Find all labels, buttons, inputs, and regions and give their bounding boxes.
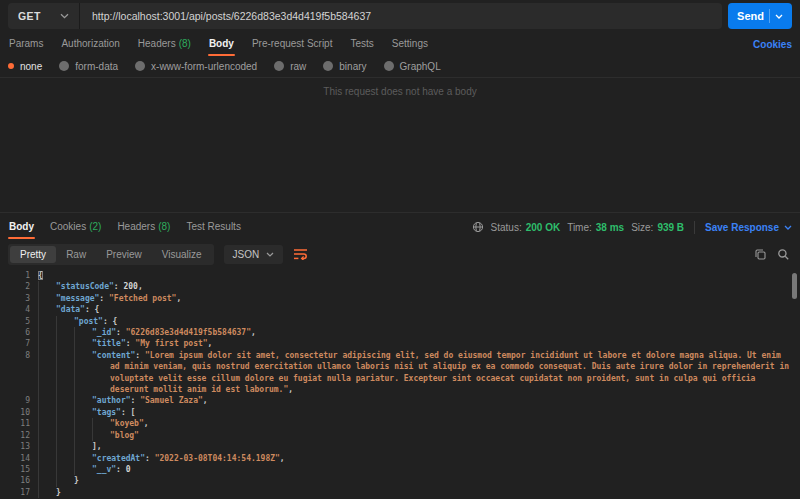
time-badge: Time: 38 ms (567, 222, 624, 233)
line-number: 9 (0, 395, 30, 406)
line-content: "title": "My first post", (38, 338, 800, 349)
line-content: "createdAt": "2022-03-08T04:14:54.198Z", (38, 453, 800, 464)
divider (0, 77, 800, 78)
save-response-button[interactable]: Save Response (705, 222, 792, 233)
code-line: 3"message": "Fetched post", (0, 293, 800, 304)
token: "content" (92, 351, 135, 360)
send-button[interactable]: Send (728, 3, 792, 29)
line-number: 3 (0, 293, 30, 304)
token: : (131, 396, 141, 405)
body-type-binary[interactable]: binary (323, 61, 366, 72)
url-container: GET http://localhost:3001/api/posts/6226… (8, 3, 722, 29)
line-number: 8 (0, 350, 30, 396)
line-content: } (38, 487, 800, 498)
tab-label: Tests (350, 38, 373, 49)
token: : (116, 465, 126, 474)
tab-count: (8) (179, 38, 191, 49)
line-number: 13 (0, 441, 30, 452)
line-number: 5 (0, 316, 30, 327)
body-type-graphql[interactable]: GraphQL (384, 61, 441, 72)
radio-label: form-data (75, 61, 118, 72)
token: "koyeb" (110, 419, 144, 428)
token: , (144, 419, 149, 428)
divider (694, 221, 695, 234)
response-tab-test-results[interactable]: Test Results (185, 216, 241, 239)
token: , (208, 339, 213, 348)
search-button[interactable] (777, 248, 790, 261)
save-response-label: Save Response (705, 222, 779, 233)
request-tab-body[interactable]: Body (208, 33, 235, 56)
token: "__v" (92, 465, 116, 474)
search-icon (777, 248, 790, 261)
request-tab-tests[interactable]: Tests (349, 33, 374, 56)
url-input[interactable]: http://localhost:3001/api/posts/6226d83e… (80, 3, 722, 29)
view-tab-visualize[interactable]: Visualize (152, 246, 212, 263)
copy-button[interactable] (754, 248, 767, 261)
code-line: 4"data": { (0, 304, 800, 315)
line-number: 16 (0, 475, 30, 486)
line-content: ], (38, 441, 800, 452)
code-lines: 1{2"statusCode": 200,3"message": "Fetche… (0, 268, 800, 498)
line-content: "_id": "6226d83e3d4d419f5b584637", (38, 327, 800, 338)
divider (0, 212, 800, 213)
response-view-bar: PrettyRawPreviewVisualize JSON (8, 243, 790, 265)
response-tab-body[interactable]: Body (8, 216, 35, 239)
code-line: 1{ (0, 270, 800, 281)
token: } (56, 488, 61, 497)
token: "2022-03-08T04:14:54.198Z" (155, 454, 280, 463)
body-type-form-data[interactable]: form-data (59, 61, 118, 72)
chevron-down-icon (60, 13, 69, 19)
method-select[interactable]: GET (8, 3, 80, 29)
request-tab-authorization[interactable]: Authorization (60, 33, 120, 56)
response-tab-headers[interactable]: Headers(8) (116, 216, 171, 239)
line-number: 10 (0, 407, 30, 418)
line-number: 6 (0, 327, 30, 338)
token: "6226d83e3d4d419f5b584637" (126, 328, 251, 337)
method-label: GET (18, 10, 41, 22)
body-type-none[interactable]: none (8, 61, 42, 72)
empty-body-message: This request does not have a body (0, 86, 800, 97)
token: "data" (56, 305, 85, 314)
body-type-x-www-form-urlencoded[interactable]: x-www-form-urlencoded (135, 61, 257, 72)
view-tab-pretty[interactable]: Pretty (10, 246, 56, 263)
line-number: 7 (0, 338, 30, 349)
request-tab-pre-request-script[interactable]: Pre-request Script (251, 33, 334, 56)
tab-count: (2) (89, 221, 101, 232)
response-header: BodyCookies(2)Headers(8)Test Results Sta… (8, 214, 792, 240)
token: : (145, 454, 155, 463)
token: "Lorem ipsum dolor sit amet, consectetur… (110, 351, 794, 394)
format-select[interactable]: JSON (224, 245, 284, 264)
token: "statusCode" (56, 282, 114, 291)
radio-label: x-www-form-urlencoded (151, 61, 257, 72)
chevron-down-icon[interactable] (775, 14, 783, 19)
token: : [ (121, 408, 135, 417)
view-tab-raw[interactable]: Raw (56, 246, 96, 263)
request-tab-settings[interactable]: Settings (391, 33, 429, 56)
radio-label: binary (339, 61, 366, 72)
response-tabs: BodyCookies(2)Headers(8)Test Results (8, 216, 242, 239)
line-content: } (38, 475, 800, 486)
tab-label: Params (9, 38, 43, 49)
line-content: "content": "Lorem ipsum dolor sit amet, … (38, 350, 800, 396)
request-tabs: ParamsAuthorizationHeaders(8)BodyPre-req… (8, 33, 429, 56)
request-tab-headers[interactable]: Headers(8) (137, 33, 192, 56)
code-line: 13], (0, 441, 800, 452)
request-tab-params[interactable]: Params (8, 33, 44, 56)
wrap-text-button[interactable] (293, 248, 308, 260)
view-tab-preview[interactable]: Preview (96, 246, 152, 263)
token: , (203, 396, 208, 405)
token: ], (92, 442, 102, 451)
token: "message" (56, 294, 99, 303)
radio-label: raw (290, 61, 306, 72)
body-type-raw[interactable]: raw (274, 61, 306, 72)
line-content: "statusCode": 200, (38, 281, 800, 292)
response-body-editor[interactable]: 1{2"statusCode": 200,3"message": "Fetche… (0, 268, 800, 499)
line-content: "author": "Samuel Zaza", (38, 395, 800, 406)
tab-label: Settings (392, 38, 428, 49)
radio-icon (274, 61, 284, 71)
response-tab-cookies[interactable]: Cookies(2) (49, 216, 102, 239)
cookies-link[interactable]: Cookies (753, 39, 792, 50)
scrollbar-thumb[interactable] (792, 273, 797, 299)
tab-label: Cookies (50, 221, 86, 232)
chevron-down-icon (784, 225, 792, 230)
